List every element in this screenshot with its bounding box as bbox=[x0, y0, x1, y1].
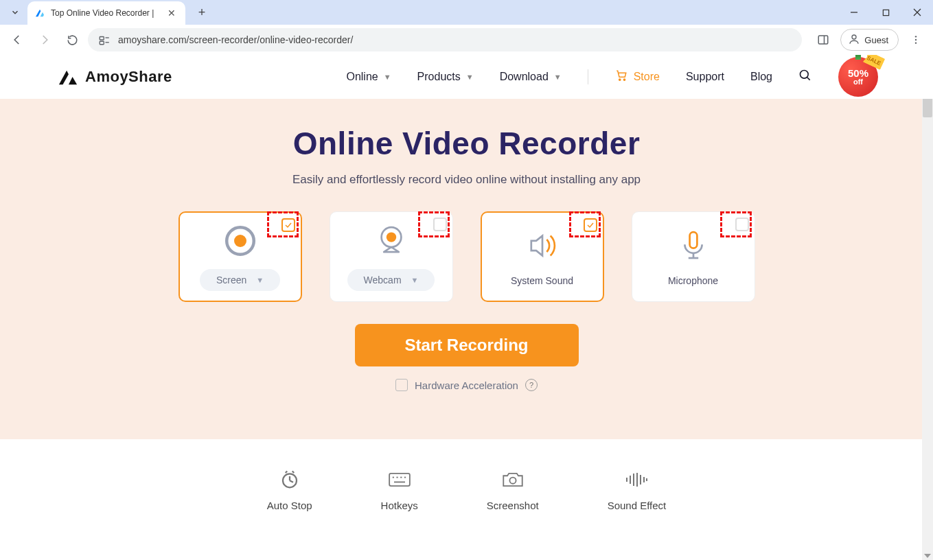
sound-wave-icon bbox=[625, 468, 648, 491]
svg-line-28 bbox=[285, 471, 287, 474]
new-tab-button[interactable]: + bbox=[192, 3, 211, 22]
microphone-icon bbox=[675, 227, 712, 264]
webcam-dropdown[interactable]: Webcam▼ bbox=[347, 269, 435, 291]
sale-percent: 50% bbox=[848, 68, 868, 78]
help-icon[interactable]: ? bbox=[525, 379, 538, 391]
minimize-button[interactable] bbox=[838, 0, 870, 25]
source-cards: Screen▼ Webcam▼ System Sound bbox=[0, 211, 933, 302]
page-viewport: AmoyShare Online▼ Products▼ Download▼ St… bbox=[0, 55, 933, 560]
search-button[interactable] bbox=[798, 69, 812, 85]
card-microphone[interactable]: Microphone bbox=[632, 211, 755, 302]
webcam-icon bbox=[373, 222, 410, 259]
svg-rect-8 bbox=[819, 36, 829, 44]
browser-menu-button[interactable] bbox=[904, 28, 928, 51]
nav-online[interactable]: Online▼ bbox=[346, 71, 391, 83]
window-controls bbox=[838, 0, 933, 25]
checkbox-screen[interactable] bbox=[281, 218, 295, 232]
svg-line-17 bbox=[807, 78, 810, 80]
favicon-icon bbox=[34, 8, 45, 19]
svg-rect-1 bbox=[883, 10, 888, 15]
chevron-down-icon: ▼ bbox=[411, 276, 419, 284]
svg-line-27 bbox=[290, 480, 293, 482]
brand-logo[interactable]: AmoyShare bbox=[58, 67, 172, 86]
hardware-acceleration-row: Hardware Acceleration ? bbox=[0, 379, 933, 391]
tab-search-button[interactable] bbox=[5, 3, 25, 22]
sale-badge[interactable]: SALE 50% off bbox=[838, 57, 878, 97]
back-button[interactable] bbox=[5, 28, 29, 51]
svg-rect-22 bbox=[689, 232, 697, 248]
hero-section: Online Video Recorder Easily and effortl… bbox=[0, 99, 933, 439]
keyboard-icon bbox=[389, 468, 411, 491]
browser-titlebar: Top Online Video Recorder | ✕ + bbox=[0, 0, 933, 25]
nav-blog[interactable]: Blog bbox=[750, 71, 772, 83]
card-webcam[interactable]: Webcam▼ bbox=[330, 211, 453, 302]
svg-point-15 bbox=[623, 79, 625, 80]
nav-products[interactable]: Products▼ bbox=[417, 71, 474, 83]
main-nav: Online▼ Products▼ Download▼ Store Suppor… bbox=[346, 57, 878, 97]
svg-point-36 bbox=[509, 478, 516, 484]
nav-divider bbox=[588, 69, 588, 84]
feature-screenshot[interactable]: Screenshot bbox=[487, 468, 539, 511]
svg-point-10 bbox=[852, 35, 856, 39]
maximize-button[interactable] bbox=[870, 0, 901, 25]
checkbox-system-sound[interactable] bbox=[584, 218, 597, 232]
forward-button[interactable] bbox=[33, 28, 56, 51]
svg-point-13 bbox=[915, 42, 917, 43]
sale-off: off bbox=[853, 78, 863, 86]
feature-hotkeys[interactable]: Hotkeys bbox=[381, 468, 418, 511]
page-title: Online Video Recorder bbox=[0, 125, 933, 162]
svg-rect-4 bbox=[100, 37, 104, 40]
microphone-label: Microphone bbox=[668, 275, 718, 286]
feature-row: Auto Stop Hotkeys Screenshot Sound Effec… bbox=[0, 439, 933, 511]
clock-icon bbox=[279, 468, 300, 491]
guest-label: Guest bbox=[864, 35, 888, 45]
svg-point-16 bbox=[800, 71, 809, 79]
screen-icon bbox=[222, 222, 259, 259]
reload-button[interactable] bbox=[60, 28, 84, 51]
tab-close-button[interactable]: ✕ bbox=[165, 5, 178, 21]
camera-icon bbox=[502, 468, 524, 491]
nav-support[interactable]: Support bbox=[686, 71, 724, 83]
chevron-down-icon: ▼ bbox=[466, 73, 474, 81]
address-bar[interactable]: amoyshare.com/screen-recorder/online-vid… bbox=[88, 28, 802, 51]
nav-download[interactable]: Download▼ bbox=[500, 71, 562, 83]
card-system-sound[interactable]: System Sound bbox=[481, 211, 604, 302]
side-panel-button[interactable] bbox=[811, 28, 835, 51]
system-sound-label: System Sound bbox=[511, 275, 573, 286]
start-recording-button[interactable]: Start Recording bbox=[355, 324, 579, 366]
tab-title: Top Online Video Recorder | bbox=[51, 8, 165, 18]
hardware-acceleration-checkbox[interactable] bbox=[395, 379, 408, 391]
chevron-down-icon: ▼ bbox=[554, 73, 562, 81]
cart-icon bbox=[614, 69, 628, 84]
card-screen[interactable]: Screen▼ bbox=[178, 211, 302, 302]
svg-rect-30 bbox=[389, 474, 410, 486]
feature-auto-stop[interactable]: Auto Stop bbox=[267, 468, 312, 511]
svg-point-14 bbox=[619, 79, 620, 80]
logo-icon bbox=[58, 67, 78, 86]
browser-toolbar: amoyshare.com/screen-recorder/online-vid… bbox=[0, 25, 933, 55]
svg-line-29 bbox=[292, 471, 294, 474]
feature-sound-effect[interactable]: Sound Effect bbox=[608, 468, 667, 511]
url-text: amoyshare.com/screen-recorder/online-vid… bbox=[118, 34, 353, 45]
site-info-icon[interactable] bbox=[97, 33, 111, 47]
profile-guest-button[interactable]: Guest bbox=[840, 29, 899, 51]
chevron-down-icon: ▼ bbox=[256, 276, 264, 284]
page-subtitle: Easily and effortlessly record video onl… bbox=[0, 173, 933, 187]
checkbox-webcam[interactable] bbox=[433, 218, 447, 231]
checkbox-microphone[interactable] bbox=[735, 218, 749, 231]
brand-name: AmoyShare bbox=[85, 68, 172, 86]
screen-dropdown[interactable]: Screen▼ bbox=[200, 269, 280, 291]
close-window-button[interactable] bbox=[901, 0, 933, 25]
scrollbar[interactable] bbox=[922, 55, 933, 560]
hardware-acceleration-label: Hardware Acceleration bbox=[415, 380, 518, 391]
site-header: AmoyShare Online▼ Products▼ Download▼ St… bbox=[0, 55, 933, 99]
svg-point-21 bbox=[386, 232, 395, 242]
svg-point-12 bbox=[915, 39, 917, 40]
nav-store[interactable]: Store bbox=[614, 69, 660, 84]
speaker-icon bbox=[524, 227, 561, 264]
browser-tab[interactable]: Top Online Video Recorder | ✕ bbox=[27, 1, 185, 25]
guest-avatar-icon bbox=[848, 33, 860, 47]
svg-point-19 bbox=[234, 235, 246, 247]
chevron-down-icon: ▼ bbox=[384, 73, 391, 81]
svg-point-11 bbox=[915, 36, 917, 37]
